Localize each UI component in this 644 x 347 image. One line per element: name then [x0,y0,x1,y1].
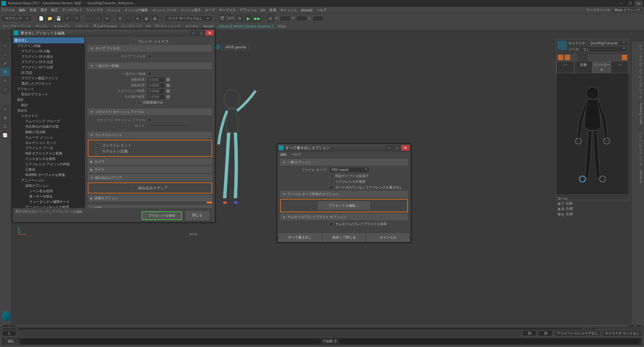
menu-modify[interactable]: 修正 [51,8,58,12]
export-all-button[interactable]: すべて書き出し [279,233,321,242]
shelf-tab-sculpt[interactable]: スカルプト [53,24,70,29]
section-thumbnail[interactable]: サムネイル/プレイブラスト オプション [280,214,408,220]
shelf-tab-arnold[interactable]: Arnold [203,25,213,28]
shelf-tab-animation[interactable]: アニメーション [93,24,117,29]
tree-item[interactable]: プラグイン製品ファミリ [13,76,84,81]
tab-attribute-editor[interactable]: アトリビュートエディタ [634,129,643,165]
hik-tab-def[interactable]: 定義 [574,61,593,73]
tree-item[interactable]: セレクション セット [13,140,84,145]
section-embed-media[interactable]: 組み込みメディア [88,174,212,181]
hik-tool-2[interactable] [564,54,570,60]
tree-item[interactable]: プラグイン UI の高さ [13,54,84,59]
menu-curves[interactable]: カーブ [205,8,215,12]
menu-mesh-tools[interactable]: メッシュ ツール [152,8,177,12]
menu-set-dropdown[interactable]: モデリング [1,15,32,22]
tree-item[interactable]: ブラインド データ [13,145,84,151]
tree-item[interactable]: 選択したプリセット [13,81,84,86]
tree-item[interactable]: インスタンスを保持 [13,156,84,162]
preset-tree[interactable]: 書き出し プラグイン情報プラグイン UI の幅プラグイン UI の高さプラグイン… [12,37,85,208]
tree-item[interactable]: プラグイン UI の幅 [13,49,84,54]
render-seq-icon[interactable]: ▶▶ [254,15,261,22]
minimize-button[interactable]: ─ [617,1,625,6]
shelf-tab-rendering[interactable]: レンダリング [121,24,142,29]
snap-center-icon[interactable]: ◉ [143,15,150,22]
hik-source-dropdown[interactable]: なし [581,46,628,52]
hik-figure[interactable] [556,73,629,194]
export-menu-help[interactable]: ヘルプ [291,152,301,157]
section-info[interactable]: 情報 [88,205,212,208]
snap-view-icon[interactable]: ◐ [151,15,159,22]
close-button[interactable]: ✕ [401,145,409,150]
hik-tool-8[interactable] [615,54,621,60]
snap-point-icon[interactable]: ● [134,15,141,22]
anim-end[interactable]: 30 [522,330,536,336]
menu-cache[interactable]: キャッシュ [280,8,297,12]
shelf-tab-fxcache[interactable]: FX キャッシング [155,24,181,29]
menu-edit[interactable]: 編集 [19,8,26,12]
shelf-tab-rigging[interactable]: リギング [75,24,88,29]
coord-x-input[interactable] [280,16,291,21]
edit-preset-button[interactable]: プリセットを編集 ... [318,202,370,210]
restore-button[interactable]: ❐ [626,1,634,6]
maximize-button[interactable]: □ [197,30,205,36]
section-geom-cache[interactable]: ジオメトリ キャッシュ ファイル [88,109,212,115]
tree-item[interactable]: 接線と従法線 [13,129,84,135]
keep-ref-checkbox[interactable] [329,180,333,184]
open-scene-icon[interactable]: 📁 [46,15,54,22]
lasso-tool[interactable]: ⬭ [1,50,9,58]
coord-z-input[interactable] [313,16,324,21]
menu-generate[interactable]: 生成 [269,8,276,12]
tree-item[interactable]: クォータニオン補間モード [13,199,84,205]
save-scene-icon[interactable]: 💾 [55,15,63,22]
shelf-tab-custom[interactable]: カスタム [185,24,199,29]
render-mode-dropdown[interactable]: ライナ サーフェスなし [164,15,213,22]
menu-mesh-display[interactable]: メッシュ表示 [181,8,201,12]
save-close-button[interactable]: 保存して閉じる [323,233,366,242]
close-preset-button[interactable]: 閉じる [186,211,209,220]
curve-filter-checkbox[interactable] [148,54,152,58]
menu-help[interactable]: ヘルプ [316,8,327,12]
tree-item[interactable]: 統計 [13,97,84,102]
char-set-dropdown[interactable]: キャラクタ セットなし [603,330,642,337]
anim-start[interactable]: 1 [2,330,16,336]
workspace-dropdown[interactable]: Maya クラシック [612,7,643,13]
skeleton-checkbox[interactable] [96,149,100,154]
menu-mesh-edit[interactable]: メッシュの編集 [124,8,148,12]
menu-create[interactable]: 作成 [30,8,36,12]
tree-item[interactable]: プラグイン UI X 位置 [13,59,84,65]
tree-item[interactable]: 含める [13,108,84,113]
unloaded-ref-checkbox[interactable] [329,185,333,189]
paint-tool[interactable]: 🖌 [1,59,9,67]
shelf-tab-xgen[interactable]: XGen [277,25,286,28]
snap-curve-icon[interactable]: ◠ [125,15,132,22]
shelf-tab-fx[interactable]: FX [146,25,151,28]
outliner-icon[interactable]: ☰ [1,122,9,130]
ipr-icon[interactable]: IPR [227,15,235,22]
tree-item[interactable]: プラグイン UI Y 位置 [13,65,84,70]
tree-item[interactable]: アニメーション [13,178,84,183]
constraint-checkbox[interactable] [96,143,100,147]
menu-window[interactable]: ウィンドウ [86,8,103,12]
minimize-button[interactable]: ─ [385,145,393,150]
new-scene-icon[interactable]: 📄 [38,15,45,22]
tab-humanik[interactable]: Human IK [634,169,643,185]
hik-char-dropdown[interactable]: QuickRigCharacter [588,41,628,46]
hik-tool-1[interactable] [558,54,564,60]
close-button[interactable]: ✕ [205,30,214,36]
tree-item[interactable]: 追加オプション [13,183,84,188]
auto-tangent-checkbox[interactable] [137,100,141,104]
tree-item[interactable]: 統計 [13,102,84,108]
shelf-tab-curves[interactable]: カーブ/サーフェス [3,24,31,29]
paint-select-icon[interactable]: ✦ [103,15,111,22]
tree-item[interactable]: 単一キーを除去 [13,194,84,199]
hik-tab-control[interactable]: コントロール [593,61,611,73]
cancel-button[interactable]: キャンセル [367,233,409,242]
command-input[interactable] [21,339,321,344]
close-button[interactable]: ✕ [635,1,643,6]
export-dialog-titlebar[interactable]: すべて書き出しオプション ─ □ ✕ [277,144,411,151]
redo-icon[interactable]: ↷ [73,15,80,22]
tree-item[interactable]: Null オブジェクトに変換 [13,151,84,156]
tree-item[interactable]: シーン名を使用 [13,188,84,194]
export-menu-edit[interactable]: 編集 [280,152,287,157]
menu-uv[interactable]: UV [261,8,265,12]
